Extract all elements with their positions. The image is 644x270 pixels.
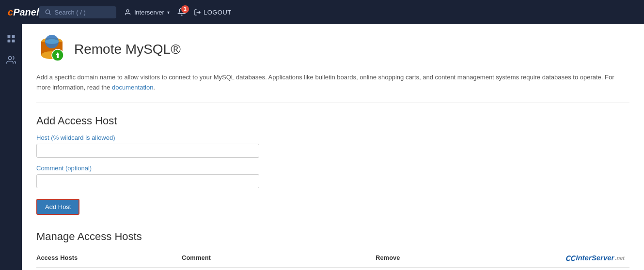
svg-point-8 xyxy=(8,57,12,60)
svg-point-13 xyxy=(45,39,59,44)
top-navbar: cPanel Search ( / ) interserver ▾ 1 xyxy=(0,0,644,24)
cpanel-c: c xyxy=(8,7,13,17)
svg-rect-4 xyxy=(7,35,10,38)
chevron-down-icon: ▾ xyxy=(167,10,170,15)
access-hosts-table: Access Hosts Comment Remove ᴄᴄ InterServ… xyxy=(36,249,629,268)
user-icon xyxy=(124,9,131,16)
host-label: Host (% wildcard is allowed) xyxy=(36,134,629,141)
add-access-host-section: Add Access Host Host (% wildcard is allo… xyxy=(36,115,629,215)
mysql-icon xyxy=(36,34,67,65)
col-comment: Comment xyxy=(182,249,376,268)
interserver-tld: .net xyxy=(615,255,625,261)
notification-badge: 1 xyxy=(181,5,189,13)
users-icon xyxy=(6,55,16,65)
logout-button[interactable]: LOGOUT xyxy=(194,9,232,16)
col-access-hosts: Access Hosts xyxy=(36,249,182,268)
add-host-button[interactable]: Add Host xyxy=(36,199,79,215)
search-box[interactable]: Search ( / ) xyxy=(39,6,116,18)
manage-access-hosts-title: Manage Access Hosts xyxy=(36,230,629,243)
svg-line-1 xyxy=(49,14,51,15)
comment-input[interactable] xyxy=(36,174,259,188)
sidebar-item-home[interactable] xyxy=(2,30,20,47)
svg-rect-5 xyxy=(12,35,15,38)
table-header-row: Access Hosts Comment Remove ᴄᴄ InterServ… xyxy=(36,249,629,268)
logout-label: LOGOUT xyxy=(204,9,232,16)
description-text-2: . xyxy=(153,84,155,91)
interserver-name: InterServer xyxy=(576,254,614,262)
cpanel-brand[interactable]: cPanel xyxy=(8,7,39,18)
comment-label: Comment (optional) xyxy=(36,165,629,172)
svg-point-2 xyxy=(126,9,129,12)
main-content: Remote MySQL® Add a specific domain name… xyxy=(22,24,644,270)
notification-button[interactable]: 1 xyxy=(177,7,186,17)
comment-field-group: Comment (optional) xyxy=(36,165,629,188)
search-icon xyxy=(45,9,51,15)
sidebar-item-users[interactable] xyxy=(2,51,20,69)
grid-icon xyxy=(6,34,16,44)
host-input[interactable] xyxy=(36,144,259,158)
interserver-cc-icon: ᴄᴄ xyxy=(565,253,575,263)
username-label: interserver xyxy=(134,9,164,16)
navbar-right: Search ( / ) interserver ▾ 1 LOGOUT xyxy=(39,6,231,18)
page-header: Remote MySQL® xyxy=(36,34,629,65)
sidebar xyxy=(0,24,22,270)
svg-rect-7 xyxy=(12,40,15,43)
col-remove: Remove xyxy=(376,249,424,268)
logout-icon xyxy=(194,9,201,16)
host-field-group: Host (% wildcard is allowed) xyxy=(36,134,629,158)
manage-access-hosts-section: Manage Access Hosts Access Hosts Comment… xyxy=(36,230,629,268)
search-label: Search ( / ) xyxy=(54,9,85,16)
documentation-link[interactable]: documentation xyxy=(112,84,153,91)
page-title: Remote MySQL® xyxy=(74,42,181,57)
page-description: Add a specific domain name to allow visi… xyxy=(36,73,629,103)
add-access-host-title: Add Access Host xyxy=(36,115,629,127)
cpanel-panel: Panel xyxy=(13,7,39,17)
user-menu[interactable]: interserver ▾ xyxy=(124,9,169,16)
svg-rect-6 xyxy=(7,40,10,43)
svg-point-0 xyxy=(46,10,50,14)
col-logo: ᴄᴄ InterServer.net xyxy=(424,249,629,268)
